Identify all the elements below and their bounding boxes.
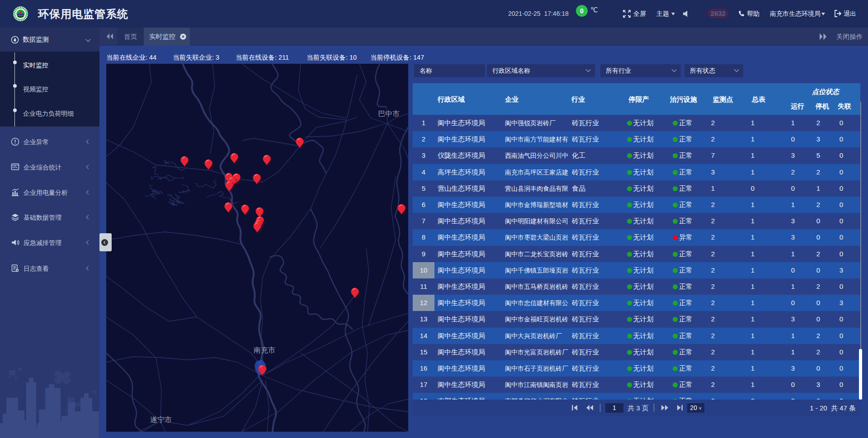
svg-text:巴中市: 巴中市 xyxy=(378,110,400,118)
svg-text:南充市: 南充市 xyxy=(254,346,275,354)
svg-text:遂宁市: 遂宁市 xyxy=(150,416,172,424)
